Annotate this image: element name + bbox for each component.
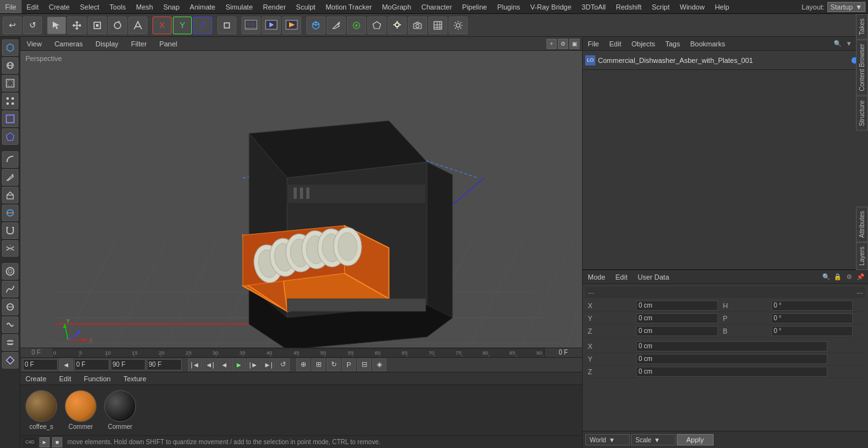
p-field[interactable]: 0 °: [771, 313, 853, 323]
polygon-tool-button[interactable]: [367, 17, 386, 34]
status-play-icon[interactable]: ►: [39, 437, 50, 447]
end-frame2-field[interactable]: 90 F: [147, 359, 182, 370]
material-swatch-1[interactable]: Commer: [62, 390, 99, 430]
knife-tool-button[interactable]: [2, 169, 18, 186]
end-frame-field[interactable]: 90 F: [111, 359, 146, 370]
camera-button[interactable]: [408, 17, 427, 34]
viewport-settings-button[interactable]: ⚙: [558, 39, 568, 49]
menu-script[interactable]: Script: [647, 0, 675, 13]
tab-content-browser[interactable]: Content Browser: [856, 39, 868, 95]
point-mode-button[interactable]: [2, 93, 18, 109]
menu-sculpt[interactable]: Sculpt: [291, 0, 321, 13]
goto-start-button[interactable]: |◄: [188, 358, 202, 371]
viewport-menu-display[interactable]: Display: [92, 40, 122, 48]
sculpt-3-button[interactable]: [2, 299, 18, 315]
symmetry-button[interactable]: [2, 240, 18, 257]
menu-simulate[interactable]: Simulate: [220, 0, 258, 13]
menu-create[interactable]: Create: [44, 0, 75, 13]
paint-tool-button[interactable]: [347, 17, 366, 34]
play-back-button[interactable]: ◄: [217, 358, 231, 371]
menu-motion-tracker[interactable]: Motion Tracker: [320, 0, 377, 13]
polygon-mode-button[interactable]: [2, 128, 18, 145]
viewport-menu-cameras[interactable]: Cameras: [51, 40, 87, 48]
attr-menu-mode[interactable]: Mode: [585, 273, 608, 281]
render-button[interactable]: [282, 17, 301, 34]
viewport-canvas[interactable]: X Y Perspective Grid Spacing : 100 cm: [20, 51, 582, 348]
status-stop-icon[interactable]: ■: [52, 437, 62, 447]
attr-search-icon[interactable]: 🔍: [821, 272, 831, 282]
attr-settings-icon[interactable]: ⚙: [844, 272, 854, 282]
pos-x-field[interactable]: 0 cm: [636, 301, 718, 311]
material-swatch-2[interactable]: Commer: [102, 390, 139, 430]
apply-button[interactable]: Apply: [677, 434, 714, 445]
tab-structure[interactable]: Structure: [856, 96, 868, 131]
viewport[interactable]: View Cameras Display Filter Panel + ⚙ ▣: [20, 37, 582, 348]
menu-snap[interactable]: Snap: [158, 0, 185, 13]
model-mode-button[interactable]: [2, 39, 18, 56]
render-settings-button[interactable]: [449, 17, 468, 34]
world-dropdown[interactable]: World ▼: [585, 434, 630, 445]
edge-mode-button[interactable]: [2, 111, 18, 127]
menu-tools[interactable]: Tools: [104, 0, 131, 13]
extrude-button[interactable]: [2, 187, 18, 203]
sculpt-4-button[interactable]: [2, 316, 18, 333]
mat-menu-edit[interactable]: Edit: [57, 375, 74, 383]
z-axis-button[interactable]: Z: [193, 17, 212, 34]
right-menu-edit[interactable]: Edit: [607, 40, 624, 48]
undo-button[interactable]: ↩: [3, 17, 22, 34]
menu-file[interactable]: File: [0, 0, 22, 13]
menu-3dtoall[interactable]: 3DToAll: [576, 0, 611, 13]
menu-select[interactable]: Select: [75, 0, 105, 13]
material-swatch-0[interactable]: coffee_s: [23, 390, 60, 430]
right-menu-file[interactable]: File: [585, 40, 602, 48]
bend-tool-button[interactable]: [2, 151, 18, 168]
menu-window[interactable]: Window: [675, 0, 710, 13]
menu-edit[interactable]: Edit: [22, 0, 44, 13]
scale-3d-button[interactable]: ⊞: [311, 358, 325, 371]
right-menu-objects[interactable]: Objects: [629, 40, 658, 48]
loop-button[interactable]: ↺: [276, 358, 290, 371]
menu-plugins[interactable]: Plugins: [492, 0, 525, 13]
menu-pipeline[interactable]: Pipeline: [457, 0, 492, 13]
render-region-button[interactable]: [241, 17, 261, 34]
viewport-expand-button[interactable]: +: [546, 39, 557, 49]
viewport-menu-panel[interactable]: Panel: [156, 40, 181, 48]
goto-end-button[interactable]: ►|: [261, 358, 275, 371]
menu-vray[interactable]: V-Ray Bridge: [526, 0, 577, 13]
scale-tool-button[interactable]: [88, 17, 107, 34]
step-forward-button[interactable]: |►: [247, 358, 261, 371]
menu-help[interactable]: Help: [710, 0, 735, 13]
attr-menu-edit[interactable]: Edit: [613, 273, 630, 281]
menu-character[interactable]: Character: [416, 0, 457, 13]
grid-view-button[interactable]: ⊟: [357, 358, 371, 371]
attr-lock-icon[interactable]: 🔒: [832, 272, 843, 282]
menu-animate[interactable]: Animate: [185, 0, 220, 13]
x-axis-button[interactable]: X: [153, 17, 172, 34]
viewport-maximize-button[interactable]: ▣: [569, 39, 580, 49]
render-to-picture-viewer-button[interactable]: [262, 17, 281, 34]
play-button[interactable]: ►: [232, 358, 246, 371]
current-frame-field[interactable]: 0 F: [74, 359, 109, 370]
redo-button[interactable]: ↺: [23, 17, 42, 34]
timeline-ruler[interactable]: 0 F 0 5 10: [20, 348, 582, 358]
tab-attributes[interactable]: Attributes: [856, 207, 868, 242]
right-menu-bookmarks[interactable]: Bookmarks: [688, 40, 728, 48]
pin-button[interactable]: P: [342, 358, 356, 371]
frame-prev-btn[interactable]: ◄: [59, 358, 73, 371]
rotate-tool-button[interactable]: [108, 17, 127, 34]
attr-pin-icon[interactable]: 📌: [855, 272, 865, 282]
layout-dropdown[interactable]: Startup ▼: [827, 2, 865, 12]
h-field[interactable]: 0 °: [771, 301, 853, 311]
size-x-field[interactable]: 0 cm: [636, 341, 827, 351]
size-y-field[interactable]: 0 cm: [636, 354, 827, 364]
cube-button[interactable]: [306, 17, 325, 34]
viewport-menu-view[interactable]: View: [23, 40, 46, 48]
y-axis-button[interactable]: Y: [173, 17, 192, 34]
start-frame-field[interactable]: 0 F: [23, 359, 58, 370]
viewport-menu-filter[interactable]: Filter: [127, 40, 150, 48]
select-tool-button[interactable]: [47, 17, 66, 34]
sculpt-2-button[interactable]: [2, 281, 18, 297]
filter-icon[interactable]: ▼: [844, 39, 854, 49]
size-z-field[interactable]: 0 cm: [636, 367, 827, 377]
object-mode-button[interactable]: [217, 17, 236, 34]
